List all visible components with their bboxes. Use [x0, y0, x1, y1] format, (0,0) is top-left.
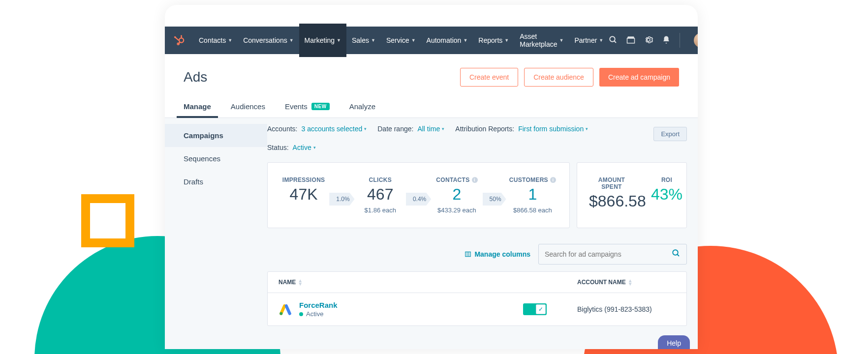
caret-down-icon: ▾ — [364, 126, 367, 131]
accounts-label: Accounts: — [267, 125, 297, 133]
campaign-status: Active — [299, 310, 338, 318]
column-name[interactable]: NAME▲▼ — [279, 279, 523, 286]
metric-roi: ROI 43% — [644, 177, 689, 214]
search-icon[interactable] — [609, 35, 618, 46]
svg-point-13 — [673, 250, 678, 255]
status-filter[interactable]: Active▾ — [293, 144, 316, 151]
account-menu[interactable]: ▼ — [680, 33, 698, 48]
svg-line-8 — [615, 41, 617, 43]
tab-analyze[interactable]: Analyze — [349, 97, 375, 118]
help-button[interactable]: Help — [658, 335, 690, 349]
hubspot-logo-icon[interactable] — [174, 34, 185, 46]
tabs: Manage Audiences EventsNEW Analyze — [165, 97, 698, 118]
create-event-button[interactable]: Create event — [460, 68, 518, 87]
account-name: Biglytics (991-823-5383) — [577, 305, 676, 313]
chevron-down-icon: ▼ — [371, 38, 375, 43]
create-ad-campaign-button[interactable]: Create ad campaign — [599, 68, 679, 87]
column-account[interactable]: ACCOUNT NAME▲▼ — [577, 279, 676, 286]
spend-card: AMOUNT SPENT $866.58 ROI 43% — [577, 162, 687, 228]
sidebar-item-sequences[interactable]: Sequences — [165, 147, 267, 170]
conversion-arrow: 50% — [483, 193, 506, 206]
nav-automation[interactable]: Automation▼ — [421, 24, 473, 57]
sidebar-item-drafts[interactable]: Drafts — [165, 170, 267, 193]
chevron-down-icon: ▼ — [463, 38, 467, 43]
create-audience-button[interactable]: Create audience — [524, 68, 593, 87]
svg-point-2 — [174, 36, 176, 38]
nav-items: Contacts▼ Conversations▼ Marketing▼ Sale… — [193, 24, 609, 57]
chevron-down-icon: ▼ — [337, 38, 341, 43]
attribution-label: Attribution Reports: — [455, 125, 514, 133]
table-row[interactable]: ForceRank Active ✓ Biglytics (991-823-53… — [268, 293, 686, 325]
tab-manage[interactable]: Manage — [184, 97, 211, 118]
campaigns-table: NAME▲▼ ACCOUNT NAME▲▼ ForceRank Active — [267, 271, 687, 326]
nav-partner[interactable]: Partner▼ — [569, 24, 609, 57]
campaign-name[interactable]: ForceRank — [299, 301, 338, 309]
gear-icon[interactable] — [644, 35, 653, 46]
svg-rect-9 — [627, 38, 635, 43]
columns-icon — [465, 251, 471, 258]
status-dot-icon — [299, 312, 303, 316]
status-label: Status: — [267, 144, 289, 151]
metric-amount-spent: AMOUNT SPENT $866.58 — [589, 177, 634, 214]
sort-icon: ▲▼ — [628, 279, 633, 286]
sort-icon: ▲▼ — [298, 279, 303, 286]
google-ads-icon — [279, 302, 292, 316]
nav-conversations[interactable]: Conversations▼ — [238, 24, 299, 57]
conversion-arrow: 1.0% — [329, 193, 354, 206]
nav-contacts[interactable]: Contacts▼ — [193, 24, 238, 57]
svg-line-14 — [677, 254, 679, 256]
bell-icon[interactable] — [662, 35, 671, 46]
search-campaigns-input[interactable] — [538, 244, 687, 265]
accounts-filter[interactable]: 3 accounts selected▾ — [301, 125, 367, 133]
metric-contacts: CONTACTSi 2 $433.29 each — [434, 177, 479, 214]
sidebar: Campaigns Sequences Drafts — [165, 118, 267, 349]
export-button[interactable]: Export — [653, 127, 687, 141]
main-content: Accounts: 3 accounts selected▾ Date rang… — [267, 118, 698, 349]
daterange-filter[interactable]: All time▾ — [417, 125, 444, 133]
svg-point-7 — [610, 36, 616, 42]
nav-service[interactable]: Service▼ — [381, 24, 421, 57]
svg-point-4 — [181, 35, 182, 36]
caret-down-icon: ▾ — [586, 126, 588, 131]
check-icon: ✓ — [536, 304, 546, 314]
nav-reports[interactable]: Reports▼ — [473, 24, 514, 57]
caret-down-icon: ▾ — [442, 126, 444, 131]
funnel-card: IMPRESSIONS 47K 1.0% CLICKS 467 $1.86 ea… — [267, 162, 570, 228]
page-title: Ads — [184, 69, 207, 85]
tab-audiences[interactable]: Audiences — [231, 97, 265, 118]
chevron-down-icon: ▼ — [504, 38, 509, 43]
info-icon[interactable]: i — [550, 177, 556, 183]
tab-events[interactable]: EventsNEW — [285, 97, 330, 118]
marketplace-icon[interactable] — [626, 35, 635, 46]
caret-down-icon: ▾ — [313, 145, 316, 150]
svg-rect-10 — [465, 252, 471, 256]
metric-impressions: IMPRESSIONS 47K — [281, 177, 326, 204]
chevron-down-icon: ▼ — [228, 38, 232, 43]
page-header: Ads Create event Create audience Create … — [165, 54, 698, 97]
top-nav: Contacts▼ Conversations▼ Marketing▼ Sale… — [165, 27, 698, 54]
chevron-down-icon: ▼ — [559, 38, 564, 43]
nav-sales[interactable]: Sales▼ — [346, 24, 381, 57]
metric-clicks: CLICKS 467 $1.86 each — [358, 177, 403, 214]
chevron-down-icon: ▼ — [411, 38, 416, 43]
svg-point-15 — [279, 312, 282, 315]
search-icon[interactable] — [672, 249, 681, 260]
new-badge: NEW — [311, 103, 330, 110]
daterange-label: Date range: — [377, 125, 413, 133]
avatar — [694, 33, 698, 48]
filters: Accounts: 3 accounts selected▾ Date rang… — [267, 125, 687, 151]
chevron-down-icon: ▼ — [599, 38, 603, 43]
nav-asset-marketplace[interactable]: Asset Marketplace▼ — [514, 24, 569, 57]
info-icon[interactable]: i — [472, 177, 478, 183]
manage-columns-button[interactable]: Manage columns — [465, 250, 530, 258]
campaign-toggle[interactable]: ✓ — [523, 303, 547, 315]
nav-marketing[interactable]: Marketing▼ — [299, 24, 346, 57]
chevron-down-icon: ▼ — [289, 38, 294, 43]
metric-customers: CUSTOMERSi 1 $866.58 each — [509, 177, 556, 214]
attribution-filter[interactable]: First form submission▾ — [518, 125, 588, 133]
sidebar-item-campaigns[interactable]: Campaigns — [165, 124, 267, 147]
app-window: Contacts▼ Conversations▼ Marketing▼ Sale… — [165, 5, 698, 349]
search-input[interactable] — [545, 250, 672, 258]
conversion-arrow: 0.4% — [406, 193, 431, 206]
